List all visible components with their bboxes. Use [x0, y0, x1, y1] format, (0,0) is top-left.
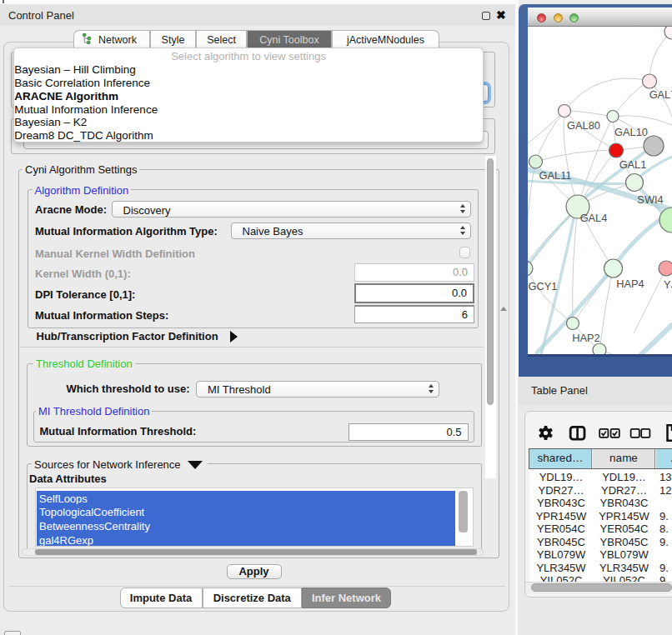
svg-text:GAL4: GAL4	[580, 212, 608, 224]
svg-text:HAP4: HAP4	[616, 278, 644, 290]
svg-text:HAP2: HAP2	[572, 332, 599, 344]
svg-text:GAL10: GAL10	[614, 126, 648, 138]
svg-text:GAL1: GAL1	[619, 158, 647, 171]
svg-text:GAL7: GAL7	[649, 88, 672, 101]
svg-text:GAL11: GAL11	[539, 169, 572, 182]
svg-text:YJL: YJL	[664, 278, 672, 291]
svg-text:SWI4: SWI4	[637, 193, 663, 206]
svg-text:GCY1: GCY1	[529, 280, 558, 292]
svg-text:GAL80: GAL80	[567, 119, 600, 132]
